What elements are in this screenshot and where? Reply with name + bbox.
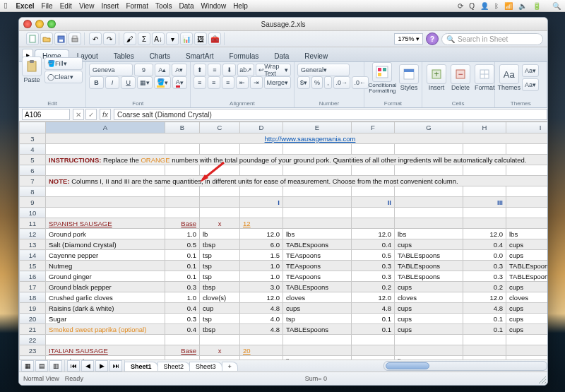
align-bottom[interactable]: ⬇ (222, 64, 236, 76)
cell[interactable]: lb (200, 229, 240, 239)
cell[interactable] (200, 356, 240, 360)
cell[interactable] (200, 144, 240, 155)
cell[interactable]: 0.4 (165, 303, 200, 314)
cell[interactable]: 0.4 (352, 239, 395, 250)
cell[interactable] (395, 218, 463, 229)
cell[interactable]: cups (506, 239, 548, 250)
print-icon[interactable] (69, 32, 81, 45)
fx-button[interactable]: fx (100, 109, 111, 120)
cell[interactable] (352, 165, 395, 176)
cell[interactable]: cups (395, 303, 463, 314)
cell[interactable]: 0.1 (352, 314, 395, 324)
grow-font-button[interactable]: A▴ (155, 64, 170, 76)
cell[interactable]: TABLEspoons (283, 282, 352, 292)
cell[interactable]: cups (506, 314, 548, 324)
cell[interactable]: lbs (506, 229, 548, 239)
cell[interactable] (463, 218, 506, 229)
cell[interactable] (395, 335, 463, 345)
cell[interactable]: Salt (Diamond Crystal) (46, 239, 165, 250)
cell[interactable] (506, 218, 548, 229)
col-header-E[interactable]: E (283, 122, 352, 133)
cell[interactable]: 20 (240, 345, 283, 356)
cell[interactable]: http://www.sausagemania.com (46, 133, 548, 144)
cell[interactable] (165, 186, 200, 197)
underline-button[interactable]: U (121, 76, 136, 89)
cell[interactable]: 4.8 (240, 303, 283, 314)
cell[interactable]: TEAspoons (283, 261, 352, 271)
cell[interactable]: tsp (200, 314, 240, 324)
cell[interactable] (283, 218, 352, 229)
cell[interactable]: cups (395, 324, 463, 335)
align-center[interactable]: ≡ (208, 76, 220, 89)
sheet-search[interactable]: 🔍 Search in Sheet (441, 33, 543, 45)
row-header[interactable]: 4 (20, 144, 46, 155)
row-header[interactable]: 18 (20, 292, 46, 303)
name-box[interactable]: A106 (22, 109, 70, 120)
row-header[interactable]: 7 (20, 176, 46, 186)
cell[interactable]: cups (395, 282, 463, 292)
row-header[interactable]: 13 (20, 239, 46, 250)
row-header[interactable]: 19 (20, 303, 46, 314)
cell[interactable]: 0.1 (165, 271, 200, 282)
cell[interactable]: Ground pork (46, 229, 165, 239)
cell[interactable]: Nutmeg (46, 261, 165, 271)
format-painter-icon[interactable]: 🖌 (124, 32, 136, 45)
add-sheet-tab[interactable]: + (222, 362, 238, 371)
row-header[interactable]: 20 (20, 314, 46, 324)
cell[interactable]: 1.0 (165, 356, 200, 360)
cell[interactable]: Ground black pepper (46, 282, 165, 292)
cell[interactable]: TABLEspoons (506, 271, 548, 282)
toolbox-icon[interactable]: 🧰 (208, 32, 221, 45)
cell[interactable] (283, 186, 352, 197)
cell[interactable]: 0.1 (165, 250, 200, 261)
cell[interactable]: 1.0 (165, 292, 200, 303)
cell[interactable] (395, 144, 463, 155)
themes-button[interactable]: AaThemes (498, 64, 521, 91)
fill-color-button[interactable]: 🪣▾ (154, 76, 171, 89)
cell[interactable]: TABLEspoons (283, 239, 352, 250)
cell[interactable]: 0.4 (165, 324, 200, 335)
cell[interactable]: Ground ginger (46, 271, 165, 282)
row-header[interactable]: 9 (20, 197, 46, 208)
cell[interactable] (352, 345, 395, 356)
italic-button[interactable]: I (105, 76, 120, 89)
redo-icon[interactable]: ↷ (103, 32, 116, 45)
cell[interactable]: 0.3 (463, 271, 506, 282)
tab-charts[interactable]: Charts (142, 49, 178, 62)
cell[interactable]: 0.3 (165, 314, 200, 324)
cell[interactable]: INSTRUCTIONS: Replace the ORANGE numbers… (46, 155, 548, 165)
cell[interactable]: 0.2 (352, 282, 395, 292)
cell[interactable] (165, 335, 200, 345)
cell[interactable] (463, 335, 506, 345)
zoom-button[interactable] (47, 20, 56, 28)
cell[interactable] (165, 165, 200, 176)
menu-format[interactable]: Format (126, 2, 148, 10)
cell[interactable] (463, 165, 506, 176)
row-header[interactable]: 21 (20, 324, 46, 335)
menu-window[interactable]: Window (201, 2, 227, 10)
cell[interactable]: 4.8 (240, 324, 283, 335)
cell[interactable]: cups (283, 303, 352, 314)
cell[interactable]: 12.0 (352, 292, 395, 303)
cell[interactable] (46, 197, 165, 208)
cell[interactable]: cups (506, 303, 548, 314)
col-header-G[interactable]: G (395, 122, 463, 133)
col-header-D[interactable]: D (240, 122, 283, 133)
spreadsheet-area[interactable]: ABCDEFGHI3http://www.sausagemania.com45I… (19, 121, 547, 360)
cell[interactable]: 12.0 (240, 229, 283, 239)
cell[interactable]: II (352, 197, 395, 208)
merge-button[interactable]: Merge ▾ (264, 76, 292, 89)
cell[interactable]: I (240, 197, 283, 208)
gallery-icon[interactable]: 🖼 (194, 32, 207, 45)
row-header[interactable]: 14 (20, 250, 46, 261)
row-header[interactable]: 10 (20, 208, 46, 218)
row-header[interactable]: 12 (20, 229, 46, 239)
cell[interactable]: x (200, 218, 240, 229)
cell[interactable] (506, 165, 548, 176)
cell[interactable] (283, 165, 352, 176)
window-titlebar[interactable]: Sausage.2.xls (19, 18, 547, 31)
cell[interactable] (506, 197, 548, 208)
cell[interactable]: cups (395, 314, 463, 324)
theme-colors[interactable]: Aa▾ (522, 64, 539, 77)
cell[interactable] (46, 186, 165, 197)
